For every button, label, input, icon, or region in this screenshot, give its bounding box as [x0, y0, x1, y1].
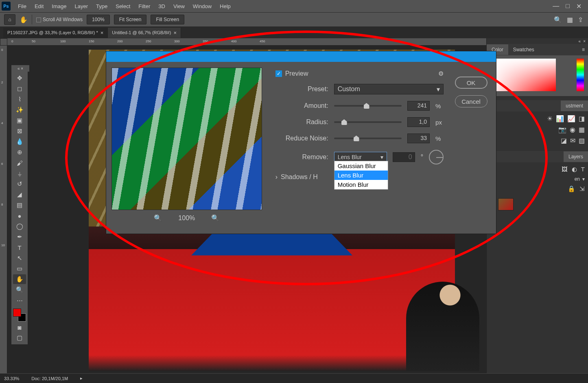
panel-menu-icon[interactable]: ≡ — [579, 47, 588, 53]
levels-icon[interactable]: 📊 — [556, 115, 564, 123]
fill-screen-button[interactable]: Fill Screen — [151, 15, 184, 24]
gradient-tool[interactable]: ▤ — [13, 200, 26, 210]
tools-header[interactable]: « × — [11, 65, 29, 72]
amount-slider[interactable] — [334, 105, 402, 107]
zoom-tool[interactable]: 🔍 — [13, 285, 26, 295]
lasso-tool[interactable]: ⌇ — [13, 94, 26, 104]
close-tab-icon[interactable]: × — [101, 30, 104, 36]
gradient-icon[interactable]: ▧ — [579, 137, 585, 144]
dodge-tool[interactable]: ◯ — [13, 221, 26, 231]
eraser-tool[interactable]: ◢ — [13, 190, 26, 199]
menu-filter[interactable]: Filter — [134, 1, 154, 12]
noise-input[interactable]: 33 — [407, 134, 430, 143]
zoom-out-icon[interactable]: 🔍 — [154, 214, 162, 222]
zoom-value[interactable]: 100% — [87, 15, 110, 24]
marquee-tool[interactable]: ◻ — [13, 84, 26, 94]
menu-edit[interactable]: Edit — [31, 1, 48, 12]
hand-tool[interactable]: ✋ — [13, 274, 26, 284]
curves-icon[interactable]: 📈 — [567, 115, 575, 123]
brush-tool[interactable]: 🖌 — [13, 158, 26, 168]
filter-pixel-icon[interactable]: 🖼 — [562, 166, 568, 173]
brightness-icon[interactable]: ☀ — [547, 115, 553, 123]
dropdown-item-lens[interactable]: Lens Blur — [334, 171, 388, 180]
wand-tool[interactable]: ✨ — [13, 105, 26, 115]
move-tool[interactable]: ✥ — [13, 73, 26, 83]
color-panel[interactable] — [487, 55, 588, 96]
filter-type-icon[interactable]: T — [581, 166, 585, 173]
doc-tab-2[interactable]: Untitled-1 @ 66,7% (RGB/8#)× — [108, 28, 181, 38]
ok-button[interactable]: OK — [455, 77, 487, 89]
quickmask-tool[interactable]: ◙ — [13, 322, 26, 332]
arrange-icon[interactable]: ▦ — [567, 16, 573, 24]
color-swatches[interactable] — [13, 309, 26, 322]
eyedropper-tool[interactable]: 💧 — [13, 137, 26, 147]
menu-layer[interactable]: Layer — [71, 1, 92, 12]
adjustments-tab[interactable]: ustment — [561, 101, 588, 111]
layers-tab[interactable]: Layers — [564, 151, 588, 162]
chevron-right-icon[interactable]: ▸ — [80, 376, 83, 381]
noise-slider[interactable] — [334, 138, 402, 139]
collapse-panels-icon[interactable]: « — [579, 39, 581, 43]
scroll-all-checkbox[interactable]: Scroll All Windows — [36, 17, 83, 22]
dialog-titlebar[interactable] — [106, 51, 496, 62]
camera-icon[interactable]: 📷 — [558, 126, 566, 134]
dropdown-item-motion[interactable]: Motion Blur — [334, 180, 388, 189]
exposure-icon[interactable]: ◨ — [579, 115, 585, 123]
maximize-icon[interactable]: □ — [566, 2, 570, 10]
menu-select[interactable]: Select — [111, 1, 134, 12]
menu-image[interactable]: Image — [48, 1, 70, 12]
close-icon[interactable]: ✕ — [576, 2, 581, 10]
type-tool[interactable]: T — [13, 243, 26, 252]
dropdown-item-gaussian[interactable]: Gaussian Blur — [334, 161, 388, 171]
dialog-preview-image[interactable] — [111, 68, 262, 210]
frame-tool[interactable]: ⊠ — [13, 126, 26, 136]
search-icon[interactable]: 🔍 — [554, 16, 562, 24]
menu-file[interactable]: File — [14, 1, 31, 12]
propagate-icon[interactable]: ⇲ — [579, 185, 585, 193]
radius-input[interactable]: 1,0 — [407, 117, 430, 127]
crop-tool[interactable]: ▣ — [13, 116, 26, 125]
stamp-tool[interactable]: ⏚ — [13, 169, 26, 178]
path-tool[interactable]: ↖ — [13, 253, 26, 263]
radius-slider[interactable] — [334, 121, 402, 123]
menu-3d[interactable]: 3D — [154, 1, 169, 12]
menu-view[interactable]: View — [169, 1, 189, 12]
status-zoom[interactable]: 33.33% — [4, 376, 19, 381]
preview-checkbox[interactable]: ✓ — [275, 70, 282, 77]
invert-icon[interactable]: ◪ — [561, 137, 567, 144]
doc-tab-1[interactable]: P1160237.JPG @ 33,3% (Layer 0, RGB/8#) *… — [3, 28, 108, 38]
shape-tool[interactable]: ▭ — [13, 264, 26, 274]
document-tabs: P1160237.JPG @ 33,3% (Layer 0, RGB/8#) *… — [0, 27, 588, 38]
menu-window[interactable]: Window — [189, 1, 216, 12]
share-icon[interactable]: ⇪ — [578, 16, 583, 24]
screenmode-tool[interactable]: ▢ — [13, 333, 26, 343]
close-panel-icon[interactable]: × — [583, 39, 586, 43]
zoom-in-icon[interactable]: 🔍 — [211, 214, 219, 222]
filter-adj-icon[interactable]: ◐ — [572, 166, 577, 173]
lock-icon[interactable]: 🔒 — [568, 185, 575, 193]
fit-screen-button[interactable]: Fit Screen — [114, 15, 147, 24]
blur-tool[interactable]: ● — [13, 211, 26, 221]
swatches-tab[interactable]: Swatches — [508, 44, 539, 55]
hand-tool-icon[interactable]: ✋ — [20, 16, 28, 24]
status-docinfo[interactable]: Doc: 20,1M/20,1M — [31, 376, 68, 381]
cancel-button[interactable]: Cancel — [455, 95, 487, 107]
menu-help[interactable]: Help — [216, 1, 235, 12]
heal-tool[interactable]: ⊕ — [13, 147, 26, 157]
hue-icon[interactable]: ◉ — [570, 126, 575, 134]
amount-input[interactable]: 241 — [407, 101, 430, 111]
close-tab-icon[interactable]: × — [173, 30, 177, 36]
remove-dropdown: Gaussian Blur Lens Blur Motion Blur — [334, 161, 388, 190]
minimize-icon[interactable]: — — [553, 2, 559, 10]
layer-thumbnail[interactable] — [498, 198, 514, 210]
chevron-down-icon: ▾ — [437, 85, 440, 93]
edit-toolbar[interactable]: ⋯ — [13, 295, 26, 305]
history-brush-tool[interactable]: ↺ — [13, 179, 26, 189]
menu-type[interactable]: Type — [92, 1, 111, 12]
home-button[interactable]: ⌂ — [4, 14, 15, 25]
gear-icon[interactable]: ⚙ — [438, 70, 444, 77]
preset-select[interactable]: Custom▾ — [334, 84, 444, 94]
grid-icon[interactable]: ▦ — [579, 126, 585, 134]
threshold-icon[interactable]: ✉ — [570, 137, 575, 144]
pen-tool[interactable]: ✒ — [13, 232, 26, 242]
